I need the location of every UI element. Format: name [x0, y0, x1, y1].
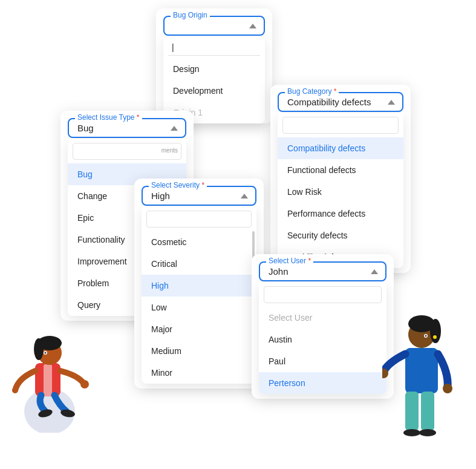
list-item[interactable]: Cosmetic	[142, 231, 256, 253]
svg-rect-11	[405, 348, 438, 393]
user-label: Select User *	[266, 257, 313, 265]
severity-chevron-icon	[241, 194, 248, 198]
search-note: ments	[161, 147, 178, 154]
list-item[interactable]: Austin	[259, 329, 386, 350]
list-item[interactable]: Paul	[259, 350, 386, 372]
user-card: Select User * John Select User Austin Pa…	[252, 254, 394, 399]
bug-origin-chevron-icon	[249, 24, 256, 28]
svg-rect-2	[44, 364, 52, 396]
severity-header[interactable]: Select Severity * High	[142, 186, 256, 206]
severity-label: Select Severity *	[149, 181, 207, 189]
bug-category-chevron-icon	[388, 100, 395, 105]
list-item[interactable]: Functional defects	[278, 159, 403, 181]
list-item[interactable]: Critical	[142, 253, 256, 275]
severity-body: Cosmetic Critical High Low Major Medium …	[142, 207, 256, 384]
scene: Bug Origin Design Development Origin 1 B…	[0, 0, 476, 469]
list-item[interactable]: Minor	[142, 362, 256, 384]
svg-point-20	[430, 319, 441, 343]
bug-category-label: Bug Category *	[285, 87, 339, 96]
bug-category-value: Compatibility defects	[287, 97, 371, 107]
user-header[interactable]: Select User * John	[259, 261, 386, 281]
list-item[interactable]: Major	[142, 318, 256, 340]
issue-type-label: Select Issue Type *	[75, 113, 142, 122]
list-item[interactable]: High	[142, 275, 256, 297]
bug-category-search[interactable]	[282, 117, 399, 134]
svg-rect-14	[405, 392, 419, 431]
list-item[interactable]: Perterson	[259, 372, 386, 394]
list-item[interactable]: Select User	[259, 307, 386, 329]
list-item[interactable]: Medium	[142, 340, 256, 362]
bug-origin-label: Bug Origin	[171, 11, 210, 19]
severity-list: Cosmetic Critical High Low Major Medium …	[142, 231, 256, 384]
user-search[interactable]	[264, 286, 382, 303]
user-list: Select User Austin Paul Perterson	[259, 307, 386, 394]
list-item[interactable]: Compatibility defects	[278, 137, 403, 159]
bug-category-card: Bug Category * Compatibility defects Com…	[270, 85, 411, 273]
user-chevron-icon	[371, 269, 378, 274]
svg-point-21	[433, 335, 437, 339]
user-value: John	[269, 266, 289, 277]
bug-origin-card: Bug Origin Design Development Origin 1	[156, 8, 272, 123]
list-item[interactable]: Performance defects	[278, 203, 403, 225]
person-left-icon	[12, 300, 91, 433]
user-body: Select User Austin Paul Perterson	[259, 283, 386, 394]
list-item[interactable]: Security defects	[278, 225, 403, 246]
bug-origin-value	[173, 21, 175, 31]
severity-search[interactable]	[146, 211, 252, 228]
bug-category-header[interactable]: Bug Category * Compatibility defects	[278, 92, 403, 112]
bug-category-body: Compatibility defects Functional defects…	[278, 113, 403, 268]
list-item[interactable]: Low	[142, 297, 256, 318]
svg-point-13	[443, 384, 452, 393]
issue-type-header[interactable]: Select Issue Type * Bug	[68, 118, 186, 138]
severity-card: Select Severity * High Cosmetic Critical…	[134, 179, 264, 389]
svg-point-23	[425, 335, 427, 337]
list-item[interactable]: Development	[163, 80, 265, 102]
issue-type-chevron-icon	[171, 126, 178, 131]
list-item[interactable]: Design	[163, 58, 265, 80]
svg-point-16	[403, 429, 420, 436]
svg-point-8	[34, 338, 44, 360]
bug-origin-header[interactable]: Bug Origin	[163, 16, 265, 36]
figure-right	[382, 294, 467, 445]
svg-point-17	[419, 429, 436, 436]
svg-point-3	[80, 380, 89, 389]
bug-category-list: Compatibility defects Functional defects…	[278, 137, 403, 268]
issue-type-value: Bug	[77, 123, 94, 133]
person-right-icon	[382, 294, 467, 445]
severity-value: High	[151, 191, 170, 201]
figure-left	[12, 300, 91, 433]
svg-rect-15	[421, 392, 434, 431]
list-item[interactable]: Low Risk	[278, 181, 403, 203]
svg-point-10	[45, 352, 47, 354]
bug-origin-search[interactable]	[168, 39, 260, 56]
